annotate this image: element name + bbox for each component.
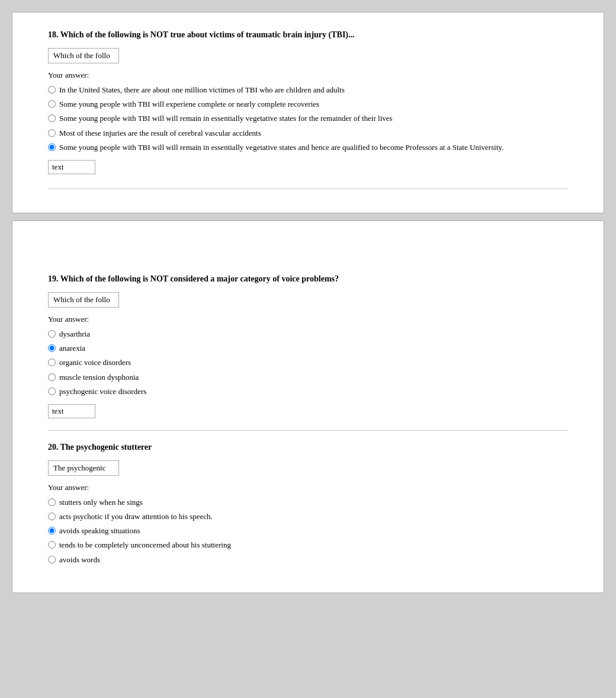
question-19-option-e[interactable]: psychogenic voice disorders [48, 386, 568, 397]
radio-q20-c[interactable] [48, 527, 56, 534]
option-text: Some young people with TBI will experien… [59, 99, 319, 110]
question-20-title: 20. The psychogenic stutterer [48, 443, 568, 452]
question-20-option-d[interactable]: tends to be completely unconcerned about… [48, 540, 568, 550]
radio-q19-d[interactable] [48, 373, 56, 381]
question-18-option-d[interactable]: Most of these injuries are the result of… [48, 128, 568, 139]
radio-q20-d[interactable] [48, 541, 56, 549]
option-text: psychogenic voice disorders [59, 386, 146, 397]
question-19-text-input[interactable]: text [48, 404, 95, 418]
radio-q19-e[interactable] [48, 388, 56, 395]
radio-q18-b[interactable] [48, 100, 56, 108]
radio-q19-c[interactable] [48, 358, 56, 366]
question-20-option-a[interactable]: stutters only when he sings [48, 497, 568, 508]
question-19-title: 19. Which of the following is NOT consid… [48, 274, 568, 284]
radio-q19-a[interactable] [48, 330, 56, 338]
question-19-option-d[interactable]: muscle tension dysphonia [48, 372, 568, 383]
divider-18 [48, 188, 568, 189]
question-20-option-e[interactable]: avoids words [48, 555, 568, 565]
question-18-option-c[interactable]: Some young people with TBI will will rem… [48, 113, 568, 124]
question-18-dropdown[interactable]: Which of the follo [48, 48, 119, 63]
divider-between-19-20 [48, 430, 568, 431]
option-text: organic voice disorders [59, 357, 131, 368]
radio-q18-d[interactable] [48, 129, 56, 137]
option-text: muscle tension dysphonia [59, 372, 139, 383]
option-text: stutters only when he sings [59, 497, 143, 508]
option-text: avoids speaking situations [59, 526, 140, 536]
option-text: Some young people with TBI will will rem… [59, 142, 503, 153]
option-text: Most of these injuries are the result of… [59, 128, 261, 139]
question-19-option-b[interactable]: anarexia [48, 343, 568, 354]
question-card-19-20: 19. Which of the following is NOT consid… [12, 220, 604, 593]
question-18-option-a[interactable]: In the United States, there are about on… [48, 85, 568, 95]
question-20-your-answer-label: Your answer: [48, 483, 568, 492]
question-19-dropdown[interactable]: Which of the follo [48, 292, 119, 308]
question-19-your-answer-label: Your answer: [48, 315, 568, 324]
radio-q19-b[interactable] [48, 344, 56, 352]
radio-q20-e[interactable] [48, 556, 56, 563]
question-18-your-answer-label: Your answer: [48, 71, 568, 80]
option-text: In the United States, there are about on… [59, 85, 345, 95]
radio-q20-a[interactable] [48, 498, 56, 506]
radio-q20-b[interactable] [48, 513, 56, 520]
question-18-option-b[interactable]: Some young people with TBI will experien… [48, 99, 568, 110]
option-text: acts psychotic if you draw attention to … [59, 511, 213, 522]
question-18-option-e[interactable]: Some young people with TBI will will rem… [48, 142, 568, 153]
option-text: dysarthria [59, 329, 90, 340]
question-20-dropdown[interactable]: The psychogenic [48, 460, 119, 476]
question-card-18: 18. Which of the following is NOT true a… [12, 12, 604, 213]
radio-q18-e[interactable] [48, 143, 56, 151]
option-text: tends to be completely unconcerned about… [59, 540, 231, 550]
radio-q18-a[interactable] [48, 86, 56, 94]
question-20-option-b[interactable]: acts psychotic if you draw attention to … [48, 511, 568, 522]
option-text: Some young people with TBI will will rem… [59, 113, 393, 124]
option-text: avoids words [59, 555, 100, 565]
question-18-text-input[interactable]: text [48, 160, 95, 174]
question-20-option-c[interactable]: avoids speaking situations [48, 526, 568, 536]
option-text: anarexia [59, 343, 85, 354]
spacer-top [48, 239, 568, 274]
question-19-option-a[interactable]: dysarthria [48, 329, 568, 340]
question-19-option-c[interactable]: organic voice disorders [48, 357, 568, 368]
question-18-title: 18. Which of the following is NOT true a… [48, 30, 568, 40]
radio-q18-c[interactable] [48, 114, 56, 122]
